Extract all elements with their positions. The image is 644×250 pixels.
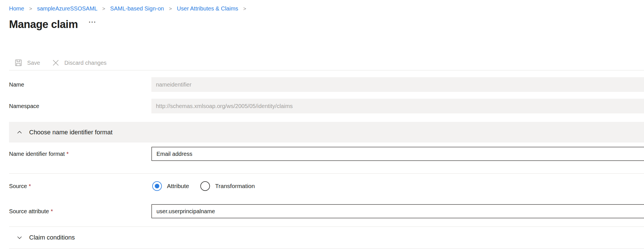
required-asterisk: * [49,208,53,214]
source-label-text: Source [9,183,27,189]
name-field-row: Name [9,77,644,92]
section-choose-name-identifier-format[interactable]: Choose name identifier format [9,122,644,143]
namespace-field-row: Namespace [9,99,644,113]
toolbar-divider [9,70,644,70]
breadcrumb-app[interactable]: sampleAzureSSOSAML [37,5,97,12]
save-button[interactable]: Save [14,59,40,67]
source-field-row: Source* Attribute Transformation [9,179,644,193]
name-identifier-format-row: Name identifier format* [9,147,644,161]
section-title: Choose name identifier format [29,129,113,136]
radio-attribute[interactable]: Attribute [152,181,189,191]
page-title: Manage claim [9,18,78,31]
close-icon [51,59,60,67]
more-actions-button[interactable]: ··· [89,19,96,25]
radio-attribute-label: Attribute [167,183,189,189]
radio-transformation[interactable]: Transformation [200,181,255,191]
chevron-up-icon [16,129,23,136]
manage-claim-page: Home > sampleAzureSSOSAML > SAML-based S… [9,0,644,249]
radio-unselected-icon [200,181,210,191]
source-attribute-label: Source attribute* [9,208,151,215]
chevron-down-icon [16,234,23,241]
name-identifier-format-input[interactable] [151,147,644,161]
discard-changes-label: Discard changes [65,60,107,66]
breadcrumb-separator: > [240,6,250,12]
name-identifier-format-label: Name identifier format* [9,151,151,157]
source-attribute-label-text: Source attribute [9,208,49,214]
radio-selected-icon [152,181,162,191]
namespace-label: Namespace [9,103,151,109]
save-label: Save [27,60,40,66]
section-title: Claim conditions [29,234,75,241]
command-bar: Save Discard changes [9,55,644,70]
namespace-input [151,99,644,113]
breadcrumb-separator: > [26,6,36,12]
name-identifier-format-label-text: Name identifier format [9,151,65,157]
name-label: Name [9,81,151,88]
source-attribute-row: Source attribute* [9,204,644,218]
source-label: Source* [9,183,151,189]
section-claim-conditions[interactable]: Claim conditions [9,227,644,248]
bottom-divider [9,248,644,249]
radio-transformation-label: Transformation [215,183,255,189]
source-radio-group: Attribute Transformation [152,181,255,191]
breadcrumb-user-attributes-claims[interactable]: User Attributes & Claims [177,5,238,12]
name-input [151,77,644,92]
source-attribute-input[interactable] [151,204,644,218]
save-icon [14,59,23,67]
required-asterisk: * [65,151,69,157]
breadcrumb: Home > sampleAzureSSOSAML > SAML-based S… [9,0,644,13]
breadcrumb-separator: > [99,6,109,12]
breadcrumb-saml-signon[interactable]: SAML-based Sign-on [110,5,164,12]
section-divider [9,173,644,174]
title-row: Manage claim ··· [9,18,644,32]
breadcrumb-home[interactable]: Home [9,5,24,12]
breadcrumb-separator: > [166,6,175,12]
discard-changes-button[interactable]: Discard changes [51,59,107,67]
required-asterisk: * [27,183,31,189]
